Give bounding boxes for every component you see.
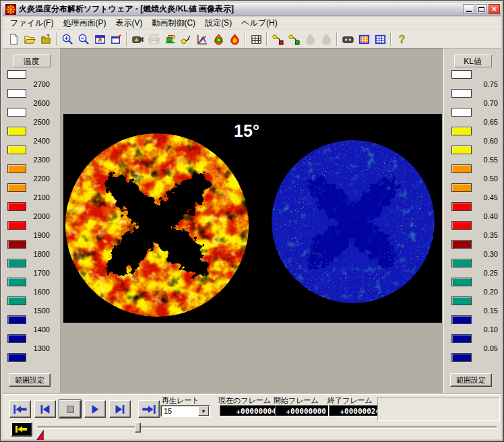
menu-item-3[interactable]: 動画制御(C) [147, 16, 200, 30]
zoom-out-button[interactable] [75, 31, 92, 47]
window-adjust-icon [110, 33, 123, 46]
temperature-scale-label: 2400 [27, 137, 50, 145]
temperature-swatch-6 [7, 183, 26, 192]
next-frame-icon [112, 404, 128, 414]
control-panel-button[interactable] [340, 31, 356, 47]
flame-display-button[interactable] [226, 31, 243, 47]
menu-item-0[interactable]: ファイル(F) [5, 16, 58, 30]
goto-start-button[interactable] [9, 400, 31, 418]
kl-swatch-4 [451, 146, 472, 154]
window-expand-button[interactable] [92, 31, 108, 47]
zoom-in-icon [61, 33, 74, 46]
rate-dropdown[interactable]: 15 ▼ [160, 405, 210, 417]
maximize-button[interactable] [476, 4, 487, 14]
temperature-swatch-14 [7, 334, 26, 343]
kl-swatch-2 [451, 108, 472, 117]
start-frame-label: 開始フレーム [274, 396, 319, 406]
kl-range-button[interactable]: 範囲設定 [450, 373, 492, 387]
workspace: 15° [61, 49, 443, 393]
camera-button[interactable] [129, 31, 146, 47]
kl-swatch-5 [451, 164, 472, 173]
temperature-scale-title: 温度 [13, 55, 51, 67]
grid-table-button[interactable] [248, 31, 264, 47]
temperature-scale-label: 2100 [27, 193, 50, 201]
flame-gray-b-button [318, 31, 334, 47]
help-button[interactable]: ? [393, 31, 410, 47]
menu-item-4[interactable]: 設定(S) [200, 16, 237, 30]
temperature-swatch-2 [7, 108, 26, 117]
grid-orange-button[interactable] [356, 31, 372, 47]
grid-blue-button[interactable] [372, 31, 388, 47]
flame-gray-b-icon [320, 33, 333, 46]
minimize-button[interactable] [463, 4, 474, 14]
kl-swatch-3 [451, 127, 472, 135]
temperature-range-button[interactable]: 範囲設定 [9, 373, 51, 387]
curve-tool-icon [180, 33, 193, 46]
next-frame-button[interactable] [109, 400, 131, 418]
menu-bar: ファイル(F)処理画面(P)表示(V)動画制御(C)設定(S)ヘルプ(H) [3, 17, 501, 30]
window-adjust-button[interactable] [108, 31, 124, 47]
point-to-green-icon [288, 33, 301, 46]
zoom-in-button[interactable] [59, 31, 75, 47]
kl-scale-label: 0.10 [474, 325, 498, 334]
menu-item-1[interactable]: 処理画面(P) [58, 16, 111, 30]
goto-end-button[interactable] [138, 400, 160, 418]
title-bar[interactable]: 火炎温度分布解析ソフトウェア - [燃焼火炎/KL値 画像表示] ✕ [3, 3, 501, 16]
window-expand-icon [94, 33, 106, 46]
stop-button[interactable] [59, 400, 81, 418]
temperature-swatch-5 [7, 164, 26, 173]
toolbar-separator [390, 32, 391, 46]
curve-tool-button[interactable] [178, 31, 194, 47]
point-to-red-button[interactable] [270, 31, 286, 47]
temperature-scale-label: 2700 [27, 80, 50, 88]
prev-frame-button[interactable] [34, 400, 56, 418]
play-button[interactable] [84, 400, 106, 418]
prev-frame-icon [37, 404, 53, 414]
import-folder-button[interactable] [38, 31, 54, 47]
temperature-scale-label: 2300 [27, 156, 50, 164]
kl-swatch-8 [451, 221, 472, 230]
jump-back-button[interactable] [11, 422, 32, 437]
start-frame-value: +00000000 [275, 405, 329, 416]
timeline-slider[interactable] [38, 426, 497, 429]
measure-tool-icon [164, 33, 177, 46]
rate-dropdown-button[interactable]: ▼ [198, 406, 209, 416]
open-folder-button[interactable] [22, 31, 38, 47]
end-frame-label: 終了フレーム [327, 396, 373, 406]
kl-scale-label: 0.75 [474, 80, 498, 88]
current-frame-label: 現在のフレーム [218, 396, 271, 406]
flame-process-icon [212, 33, 225, 46]
minimize-icon [466, 11, 472, 12]
kl-scale-label: 0.65 [474, 118, 498, 126]
flame-process-button[interactable] [210, 31, 226, 47]
new-file-button[interactable] [5, 31, 22, 47]
flame-gray-a-icon [304, 33, 317, 46]
kl-scale-label: 0.20 [474, 288, 498, 296]
kl-swatch-10 [451, 259, 472, 267]
temperature-swatch-1 [7, 89, 26, 98]
point-to-green-button[interactable] [286, 31, 302, 47]
rate-label: 再生レート [162, 396, 199, 406]
app-window: 火炎温度分布解析ソフトウェア - [燃焼火炎/KL値 画像表示] ✕ ファイル(… [0, 0, 504, 442]
toolbar-separator [245, 32, 246, 46]
kl-swatch-9 [451, 240, 472, 249]
printer-button [146, 31, 162, 47]
arrow-to-start-icon [15, 425, 28, 433]
menu-item-2[interactable]: 表示(V) [111, 16, 147, 30]
kl-swatch-7 [451, 202, 472, 211]
measure-tool-button[interactable] [162, 31, 178, 47]
close-button[interactable]: ✕ [489, 4, 500, 14]
printer-icon [148, 33, 160, 46]
temperature-scale-label: 1600 [27, 288, 50, 296]
kl-scale-label: 0.35 [474, 231, 498, 239]
toolbar-separator [126, 32, 127, 46]
toolbar-separator [56, 32, 57, 46]
kl-scale-label: 0.40 [474, 212, 498, 220]
timeline-thumb[interactable] [135, 422, 141, 433]
close-icon: ✕ [491, 6, 497, 13]
graph-button[interactable] [194, 31, 210, 47]
kl-swatch-1 [451, 89, 472, 98]
kl-scale-label: 0.55 [474, 156, 498, 164]
menu-item-5[interactable]: ヘルプ(H) [237, 16, 282, 30]
playback-bar: 再生レート 15 ▼ 現在のフレーム +00000004 開始フレーム +000… [3, 394, 501, 439]
